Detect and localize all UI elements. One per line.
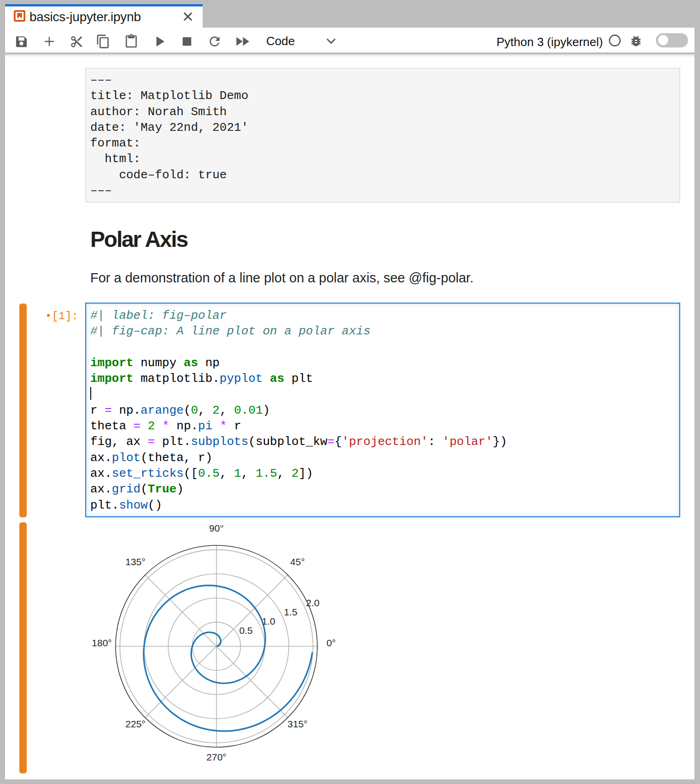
svg-text:1.5: 1.5 bbox=[284, 607, 297, 617]
svg-text:135°: 135° bbox=[125, 556, 145, 567]
svg-text:0.5: 0.5 bbox=[239, 625, 252, 636]
svg-text:225°: 225° bbox=[125, 719, 145, 729]
svg-text:270°: 270° bbox=[206, 752, 226, 762]
svg-text:180°: 180° bbox=[92, 638, 111, 648]
svg-text:45°: 45° bbox=[290, 556, 305, 567]
svg-text:1.0: 1.0 bbox=[262, 616, 275, 626]
svg-text:0°: 0° bbox=[327, 638, 336, 648]
svg-text:90°: 90° bbox=[209, 525, 224, 533]
svg-text:2.0: 2.0 bbox=[306, 597, 319, 608]
svg-text:315°: 315° bbox=[287, 719, 307, 729]
